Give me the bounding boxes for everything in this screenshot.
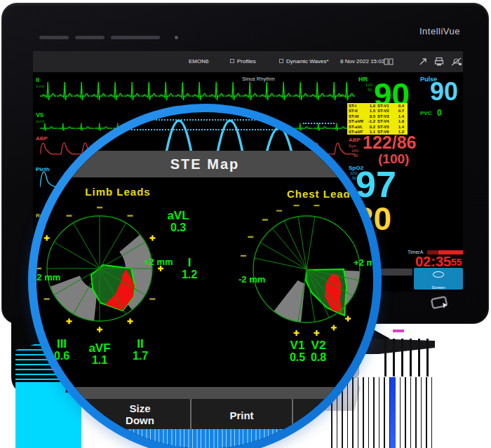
patient-label[interactable]: EMON6	[189, 58, 208, 65]
rhythm-annotation: Sinus Rhythm	[242, 76, 275, 82]
size-down-label-line2: Down	[89, 414, 191, 426]
touchscreen-icon	[429, 294, 451, 312]
printer-icon[interactable]	[434, 57, 444, 67]
screen-key-icon	[433, 271, 444, 278]
pvc-label: PVC	[420, 110, 431, 116]
screen-key-label: Screen	[431, 285, 445, 290]
move-window-icon[interactable]	[419, 57, 427, 66]
pvc-value: 0	[437, 108, 442, 118]
profiles-menu[interactable]: Profiles	[237, 58, 256, 65]
abp-high-limit: 160	[351, 149, 358, 154]
lead-value-iii: III0.6	[39, 338, 84, 362]
timer-seconds: 55	[451, 257, 462, 267]
lead-value-ii: II1.7	[118, 338, 163, 362]
screen-name-menu[interactable]: Dynamic Waves*	[286, 58, 329, 65]
mount-stripe-pattern	[331, 377, 433, 448]
pulse-tile[interactable]: Pulse 90 PVC 0	[419, 74, 462, 119]
alarm-silence-icon[interactable]	[451, 57, 462, 67]
network-bed-icon[interactable]	[384, 57, 394, 66]
table-row: ST-aVR-1.2ST-V41.9	[349, 119, 406, 124]
stage: IntelliVue EMON6 Profiles	[0, 0, 491, 448]
size-down-label-line1: Size	[89, 402, 191, 414]
mount-blue-stripe	[390, 377, 396, 448]
table-row: ST-I1.0ST-V10.4	[349, 104, 406, 109]
screen-key[interactable]: Screen	[414, 268, 463, 290]
abp-value: 122/86	[363, 134, 416, 151]
limb-minus-ref-label: -2 mm	[36, 272, 60, 283]
popup-divider-bar	[36, 387, 373, 399]
magnifier-lens: STE Map Limb Leads Chest Leads	[28, 104, 382, 448]
chest-leads-polar-chart	[229, 192, 373, 346]
mount-rail-lines	[384, 339, 433, 376]
spo2-value: 97	[356, 166, 396, 203]
negative-pole-marks	[241, 205, 319, 256]
positive-pole-marks	[294, 316, 351, 336]
timer-value: 02:35	[415, 254, 451, 269]
datetime[interactable]: 8 Nov 2022 15:02	[340, 58, 384, 65]
ecg1-lead-label: II	[36, 76, 39, 83]
alarm-limit-dotted-line	[303, 123, 335, 124]
lead-value-v2: V20.8	[296, 339, 341, 364]
abp-low-limit: 90	[354, 154, 358, 158]
speaker-grille	[75, 36, 105, 39]
hr-label: HR	[358, 76, 368, 83]
abp-label: ABP	[349, 137, 361, 143]
table-row: ST-aVL0.2ST-V51.4	[349, 125, 406, 130]
ste-map-title-bar: STE Map	[36, 151, 373, 177]
menu-bar: EMON6 Profiles Dynamic Waves* 8 Nov 2022…	[33, 51, 463, 72]
screen-layout-icon	[279, 59, 283, 63]
mount-marker	[393, 330, 404, 332]
abp-sys-label: Sys.	[349, 144, 357, 149]
speaker-grille	[39, 36, 69, 39]
hr-low-limit: 50	[368, 88, 372, 93]
lead-value-avl: aVL0.3	[156, 210, 201, 234]
lead-value-i: I1.2	[167, 257, 212, 281]
print-label: Print	[191, 409, 292, 421]
chest-minus-ref-label: -2 mm	[238, 274, 265, 285]
light-sensor	[175, 36, 178, 39]
profiles-icon	[230, 59, 234, 63]
ecg1-waveform[interactable]	[40, 75, 356, 107]
lens-bottom-reflection	[36, 429, 373, 448]
hr-high-limit: 120	[365, 83, 372, 88]
brand-logo: IntelliVue	[419, 26, 460, 36]
table-row: ST-III0.5ST-V31.4	[349, 114, 406, 119]
speaker-grille	[111, 36, 160, 39]
table-row: ST-II1.5ST-V20.7	[349, 109, 406, 114]
chest-plus-ref-label: +2 mm	[354, 257, 373, 268]
lens-content: STE Map Limb Leads Chest Leads	[36, 112, 373, 448]
button-divider	[292, 399, 293, 435]
st-values-table[interactable]: ST-I1.0ST-V10.4 ST-II1.5ST-V20.7 ST-III0…	[347, 103, 408, 135]
pulse-value: 90	[430, 79, 458, 104]
